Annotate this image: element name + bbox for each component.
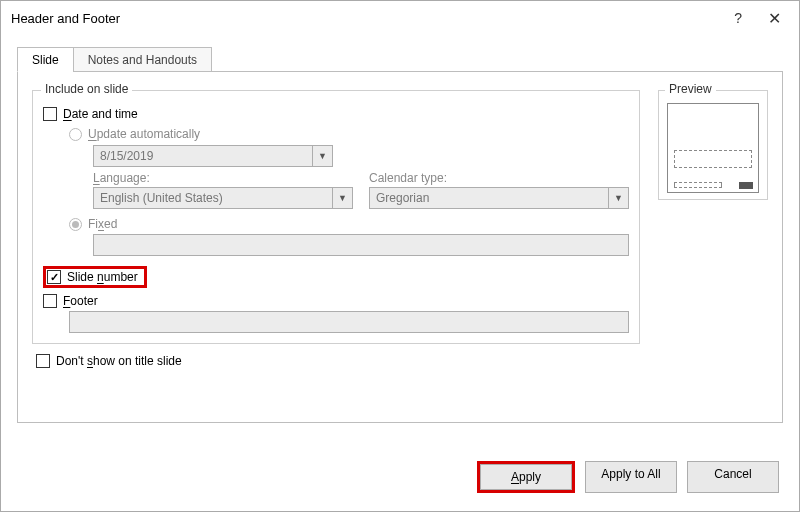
apply-highlight: Apply bbox=[477, 461, 575, 493]
calendar-value: Gregorian bbox=[370, 191, 608, 205]
titlebar: Header and Footer ? ✕ bbox=[1, 1, 799, 35]
preview-placeholder-content bbox=[674, 150, 752, 168]
tab-panel: Include on slide Date and time Update au… bbox=[17, 71, 783, 423]
language-label: Language: bbox=[93, 171, 353, 185]
tab-slide[interactable]: Slide bbox=[17, 47, 74, 72]
include-legend: Include on slide bbox=[41, 82, 132, 96]
footer-text-input[interactable] bbox=[69, 311, 629, 333]
preview-placeholder-pagenum bbox=[739, 182, 753, 189]
chevron-down-icon: ▼ bbox=[312, 146, 332, 166]
slide-preview-thumbnail bbox=[667, 103, 759, 193]
fixed-text-input[interactable] bbox=[93, 234, 629, 256]
close-button[interactable]: ✕ bbox=[760, 5, 789, 32]
preview-legend: Preview bbox=[665, 82, 716, 96]
language-combo[interactable]: English (United States) ▼ bbox=[93, 187, 353, 209]
footer-checkbox[interactable] bbox=[43, 294, 57, 308]
chevron-down-icon: ▼ bbox=[608, 188, 628, 208]
calendar-combo[interactable]: Gregorian ▼ bbox=[369, 187, 629, 209]
include-on-slide-group: Include on slide Date and time Update au… bbox=[32, 90, 640, 344]
apply-to-all-button[interactable]: Apply to All bbox=[585, 461, 677, 493]
update-auto-label: Update automatically bbox=[88, 127, 200, 141]
apply-button[interactable]: Apply bbox=[480, 464, 572, 490]
tab-notes-handouts[interactable]: Notes and Handouts bbox=[73, 47, 212, 72]
dont-show-title-label: Don't show on title slide bbox=[56, 354, 182, 368]
date-value: 8/15/2019 bbox=[94, 149, 312, 163]
slide-number-checkbox[interactable] bbox=[47, 270, 61, 284]
date-time-checkbox[interactable] bbox=[43, 107, 57, 121]
footer-label: Footer bbox=[63, 294, 98, 308]
cancel-button[interactable]: Cancel bbox=[687, 461, 779, 493]
preview-group: Preview bbox=[658, 90, 768, 200]
dont-show-title-checkbox[interactable] bbox=[36, 354, 50, 368]
help-button[interactable]: ? bbox=[734, 10, 742, 26]
fixed-radio[interactable] bbox=[69, 218, 82, 231]
date-combo[interactable]: 8/15/2019 ▼ bbox=[93, 145, 333, 167]
slide-number-highlight: Slide number bbox=[43, 266, 147, 288]
dialog-buttons: Apply Apply to All Cancel bbox=[1, 445, 799, 511]
preview-placeholder-footer bbox=[674, 182, 722, 188]
tab-strip: Slide Notes and Handouts bbox=[17, 45, 783, 71]
dialog-title: Header and Footer bbox=[11, 11, 120, 26]
update-auto-radio[interactable] bbox=[69, 128, 82, 141]
language-value: English (United States) bbox=[94, 191, 332, 205]
slide-number-label: Slide number bbox=[67, 270, 138, 284]
fixed-label: Fixed bbox=[88, 217, 117, 231]
calendar-label: Calendar type: bbox=[369, 171, 629, 185]
header-footer-dialog: Header and Footer ? ✕ Slide Notes and Ha… bbox=[0, 0, 800, 512]
date-time-label: Date and time bbox=[63, 107, 138, 121]
chevron-down-icon: ▼ bbox=[332, 188, 352, 208]
